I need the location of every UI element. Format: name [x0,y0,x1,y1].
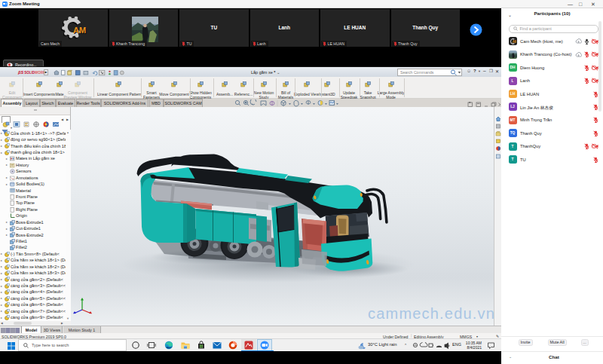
svg-text:AM: AM [73,26,86,35]
svg-text:AM: AM [512,40,516,44]
